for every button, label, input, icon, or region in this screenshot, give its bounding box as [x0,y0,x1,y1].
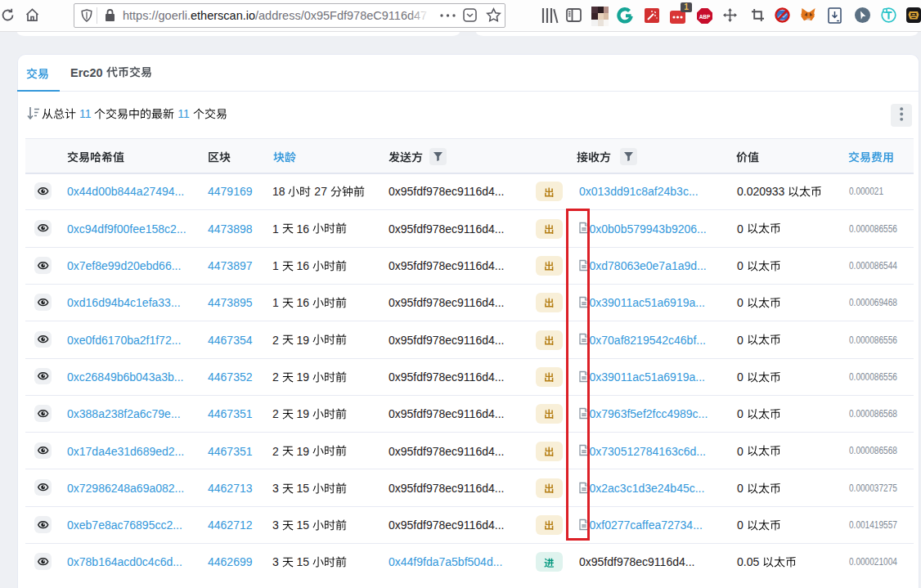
svg-text:ABP: ABP [699,14,711,20]
